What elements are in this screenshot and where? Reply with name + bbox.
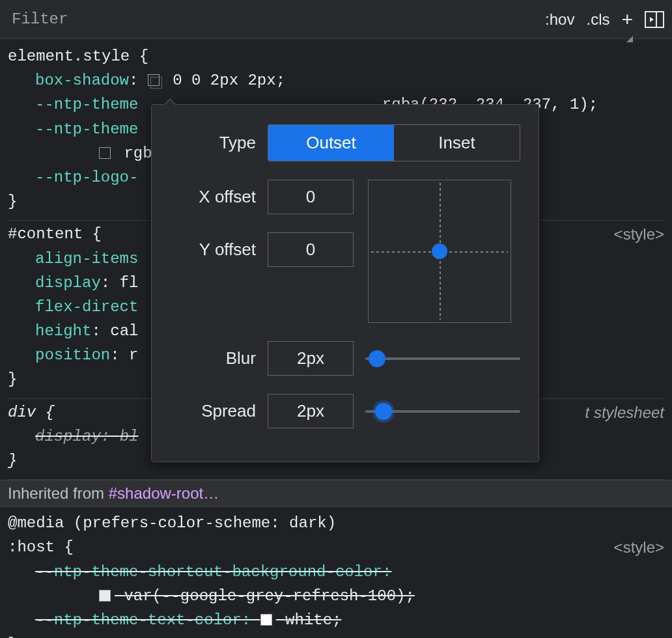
hov-toggle[interactable]: :hov: [545, 10, 574, 29]
offset-xy-pad[interactable]: [368, 180, 511, 323]
xy-handle[interactable]: [432, 243, 447, 259]
spread-input[interactable]: [268, 394, 354, 428]
property-name[interactable]: display: [35, 428, 101, 445]
filter-input[interactable]: [8, 8, 535, 31]
svg-marker-2: [650, 17, 654, 22]
new-style-rule-button[interactable]: +: [621, 8, 633, 31]
type-label: Type: [170, 133, 256, 153]
property-name[interactable]: --ntp-theme-shortcut-background-color: [35, 563, 382, 581]
inherited-label: Inherited from: [8, 484, 109, 502]
svg-rect-0: [645, 12, 664, 27]
property-name[interactable]: flex-direct: [35, 298, 138, 316]
more-rules-dropdown-icon[interactable]: [626, 36, 633, 42]
slider-thumb[interactable]: [369, 350, 385, 367]
property-value[interactable]: 0 0 2px 2px;: [173, 72, 285, 89]
property-value[interactable]: cal: [110, 322, 138, 340]
property-name[interactable]: --ntp-theme: [35, 120, 138, 138]
y-offset-label: Y offset: [170, 240, 256, 260]
computed-sidebar-toggle-icon[interactable]: [645, 11, 664, 28]
x-offset-input[interactable]: [268, 180, 354, 214]
property-name[interactable]: --ntp-theme-text-color: [35, 611, 242, 629]
property-value[interactable]: fl: [120, 274, 139, 292]
property-value[interactable]: var(--google-grey-refresh-100);: [124, 587, 414, 605]
x-offset-label: X offset: [170, 187, 256, 207]
property-name[interactable]: --ntp-theme: [35, 96, 138, 113]
property-value[interactable]: r: [129, 346, 138, 364]
property-name[interactable]: position: [35, 346, 110, 364]
rule-media-host[interactable]: @media (prefers-color-scheme: dark) <sty…: [0, 507, 672, 638]
selector[interactable]: :host {: [8, 535, 664, 559]
spread-slider[interactable]: [365, 410, 520, 413]
color-swatch-icon[interactable]: [99, 147, 111, 159]
outset-button[interactable]: Outset: [268, 125, 394, 161]
property-name[interactable]: --ntp-logo-: [35, 169, 138, 186]
cls-toggle[interactable]: .cls: [586, 10, 609, 29]
inherited-section-header: Inherited from #shadow-root…: [0, 480, 672, 507]
y-offset-input[interactable]: [268, 232, 354, 267]
spread-label: Spread: [170, 401, 256, 421]
stylesheet-link[interactable]: <style>: [614, 222, 664, 246]
blur-label: Blur: [170, 348, 256, 368]
property-name[interactable]: display: [35, 274, 101, 292]
close-brace: }: [8, 632, 664, 638]
selector[interactable]: element.style {: [8, 44, 664, 68]
shadow-type-toggle[interactable]: Outset Inset: [268, 124, 520, 161]
box-shadow-editor-popup: Type Outset Inset X offset Y offset Blur: [151, 104, 539, 462]
inset-button[interactable]: Inset: [394, 125, 520, 161]
stylesheet-link[interactable]: <style>: [614, 535, 664, 559]
color-swatch-icon[interactable]: [99, 590, 111, 602]
shadow-swatch-icon[interactable]: [148, 74, 160, 86]
property-name[interactable]: align-items: [35, 250, 138, 268]
color-swatch-icon[interactable]: [260, 614, 272, 626]
property-value[interactable]: bl: [120, 428, 139, 445]
media-query[interactable]: @media (prefers-color-scheme: dark): [8, 511, 664, 535]
user-agent-label: t stylesheet: [585, 400, 664, 424]
inherited-from-link[interactable]: #shadow-root…: [109, 484, 219, 502]
styles-toolbar: :hov .cls +: [0, 0, 672, 39]
slider-thumb[interactable]: [375, 403, 392, 420]
property-value[interactable]: rgb: [124, 145, 152, 162]
blur-slider[interactable]: [365, 357, 520, 360]
blur-input[interactable]: [268, 341, 354, 376]
property-value[interactable]: white;: [285, 611, 341, 629]
property-name[interactable]: height: [35, 322, 91, 340]
property-name[interactable]: box-shadow: [35, 72, 129, 89]
